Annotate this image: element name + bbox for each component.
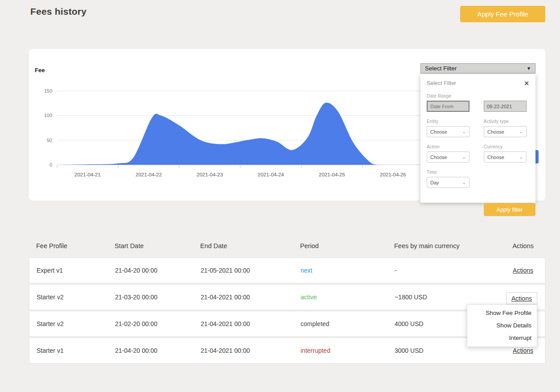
actions-link[interactable]: Actions: [513, 347, 533, 354]
col-header-start-date: Start Date: [108, 242, 194, 249]
time-select-value: Day: [430, 180, 439, 185]
action-select-value: Choose: [430, 155, 447, 160]
svg-text:2021-04-25: 2021-04-25: [319, 172, 345, 177]
svg-text:2021-04-21: 2021-04-21: [74, 172, 101, 177]
fee-profile-cell: Starter v2: [29, 320, 109, 327]
col-header-actions: Actions: [501, 242, 545, 249]
period-badge: next: [294, 267, 388, 274]
menu-item-show-details[interactable]: Show Details: [467, 319, 537, 332]
activity-type-select-value: Choose: [487, 129, 504, 135]
fee-profile-cell: Starter v2: [29, 294, 109, 301]
svg-text:0: 0: [49, 162, 52, 167]
actions-menu: Show Fee Profile Show Details Interrupt: [467, 304, 537, 347]
svg-text:2021-04-22: 2021-04-22: [136, 172, 162, 177]
activity-type-label: Activity type: [484, 119, 527, 124]
apply-fee-profile-button[interactable]: Apply Fee Profile: [460, 6, 545, 22]
filter-panel-title: Select Filter: [427, 80, 456, 86]
start-date-cell: 21-02-20 00:00: [109, 320, 194, 327]
page-title: Fees history: [30, 6, 86, 17]
close-icon[interactable]: ✕: [524, 80, 529, 86]
time-label: Time: [427, 170, 529, 175]
col-header-period: Period: [294, 242, 388, 249]
start-date-cell: 21-04-20 00:00: [109, 267, 194, 274]
end-date-cell: 21-04-2021 00:00: [194, 294, 294, 301]
actions-dropdown: Actions Show Fee Profile Show Details In…: [467, 292, 537, 347]
end-date-cell: 21-05-2021 00:00: [194, 267, 294, 274]
currency-label: Currency: [484, 144, 527, 149]
end-date-cell: 21-04-2021 00:00: [194, 347, 294, 354]
entity-select-value: Choose: [430, 129, 447, 135]
chevron-down-icon: ⌄: [462, 129, 466, 134]
period-badge: active: [294, 294, 388, 301]
filter-panel: Select Filter ✕ Date Range Entity Choose…: [420, 74, 535, 203]
fees-cell: 3000 USD: [388, 347, 501, 354]
end-date-cell: 21-04-2021 00:00: [194, 320, 294, 327]
actions-menu-button[interactable]: Actions: [506, 292, 537, 304]
start-date-cell: 21-04-20 00:00: [109, 347, 194, 354]
fee-profile-cell: Expert v1: [29, 267, 109, 274]
select-filter-toggle[interactable]: Select Filter ▼: [420, 63, 535, 74]
table-row: Expert v1 21-04-20 00:00 21-05-2021 00:0…: [29, 257, 545, 283]
entity-label: Entity: [427, 119, 469, 124]
actions-link[interactable]: Actions: [513, 267, 533, 274]
svg-text:50: 50: [47, 138, 52, 143]
col-header-end-date: End Date: [194, 242, 294, 249]
caret-down-icon: ▼: [527, 66, 531, 71]
svg-text:2021-04-24: 2021-04-24: [258, 172, 284, 177]
chevron-down-icon: ⌄: [519, 155, 523, 159]
menu-item-interrupt[interactable]: Interrupt: [467, 332, 537, 344]
table-header-row: Fee Profile Start Date End Date Period F…: [29, 236, 545, 256]
period-badge: interrupted: [294, 347, 388, 354]
action-select[interactable]: Choose ⌄: [427, 151, 469, 163]
fees-cell: -: [388, 267, 501, 274]
svg-text:150: 150: [44, 88, 52, 94]
menu-item-show-fee-profile[interactable]: Show Fee Profile: [467, 307, 537, 319]
col-header-fees: Fees by main currency: [388, 242, 501, 249]
svg-text:100: 100: [44, 113, 52, 118]
period-badge: completed: [294, 320, 388, 327]
select-filter-toggle-label: Select Filter: [425, 65, 457, 72]
filter-dropdown: Select Filter ▼ Select Filter ✕ Date Ran…: [420, 63, 535, 216]
activity-type-select[interactable]: Choose ⌄: [484, 126, 527, 137]
col-header-fee-profile: Fee Profile: [29, 242, 108, 249]
currency-select[interactable]: Choose ⌄: [484, 151, 527, 163]
chevron-down-icon: ⌄: [462, 155, 466, 159]
date-to-input[interactable]: [484, 101, 527, 112]
chevron-down-icon: ⌄: [519, 129, 523, 134]
action-label: Action: [427, 144, 469, 149]
date-range-label: Date Range: [427, 94, 529, 98]
start-date-cell: 21-03-20 00:00: [109, 294, 194, 301]
entity-select[interactable]: Choose ⌄: [427, 126, 469, 137]
svg-text:2021-04-23: 2021-04-23: [197, 172, 223, 177]
svg-text:2021-04-26: 2021-04-26: [380, 172, 406, 177]
fee-profile-cell: Starter v1: [29, 347, 109, 354]
date-from-input[interactable]: [427, 101, 469, 112]
apply-filter-button[interactable]: Apply filter: [484, 203, 535, 216]
time-select[interactable]: Day ⌄: [427, 177, 469, 188]
chevron-down-icon: ⌄: [462, 180, 466, 185]
currency-select-value: Choose: [487, 155, 504, 160]
